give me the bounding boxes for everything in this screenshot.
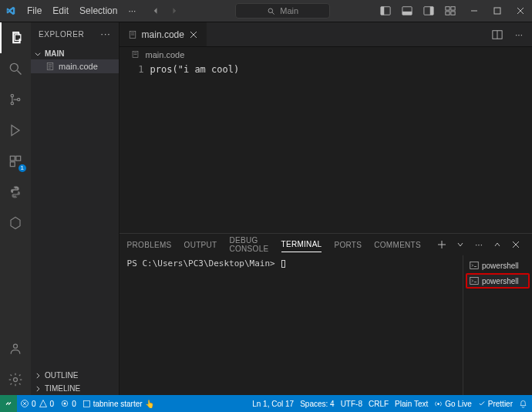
window-maximize-button[interactable] [486,0,509,22]
activity-extensions[interactable]: 1 [0,146,31,177]
terminal-entry-2[interactable]: powershell [466,273,530,289]
layout-sidebar-right-icon[interactable] [419,0,438,22]
activity-hex[interactable] [0,208,31,238]
svg-rect-22 [16,156,21,160]
radio-icon [60,399,69,408]
svg-line-47 [23,402,27,406]
outline-section[interactable]: OUTLINE [31,369,119,382]
status-encoding[interactable]: UTF-8 [341,400,362,408]
file-lines-icon [45,61,56,72]
terminal-entry-label: powershell [482,262,519,270]
svg-point-24 [14,344,18,348]
status-eol[interactable]: CRLF [369,400,389,408]
svg-line-43 [513,241,519,248]
svg-rect-11 [451,12,455,15]
svg-line-14 [517,8,524,14]
status-prettier[interactable]: Prettier [478,400,513,408]
folder-name: MAIN [45,49,65,58]
status-bar: 0 0 0 tabnine starter 👆 Ln 1, Col 17 Spa… [0,395,532,412]
svg-point-52 [437,403,439,405]
file-lines-icon [130,49,141,60]
editor-more-icon[interactable]: ··· [509,24,529,46]
svg-rect-10 [446,12,450,15]
timeline-section[interactable]: TIMELINE [31,382,119,395]
extensions-badge: 1 [19,164,26,172]
terminal-entry-1[interactable]: powershell [466,258,530,273]
panel-tab-problems[interactable]: PROBLEMS [127,238,172,252]
panel-tab-terminal[interactable]: TERMINAL [281,237,322,252]
svg-line-17 [18,71,22,75]
panel-maximize-icon[interactable] [489,236,506,253]
svg-point-0 [268,8,273,13]
line-number: 1 [120,64,144,75]
chevron-right-icon [34,385,42,393]
nav-forward-icon[interactable] [166,0,183,22]
split-editor-icon[interactable] [487,24,507,46]
svg-line-48 [23,402,27,406]
error-icon [20,399,29,408]
panel-tab-comments[interactable]: COMMENTS [374,238,421,252]
warning-icon [39,399,48,408]
panel-tab-output[interactable]: OUTPUT [184,238,217,252]
file-label: main.code [59,62,98,71]
svg-rect-2 [381,7,390,15]
status-line-col[interactable]: Ln 1, Col 17 [252,400,294,408]
status-golive[interactable]: Go Live [434,400,471,408]
panel-close-icon[interactable] [507,236,524,253]
status-problems[interactable]: 0 0 [20,399,54,408]
nav-back-icon[interactable] [147,0,164,22]
breadcrumb[interactable]: main.code [120,47,532,62]
status-spaces[interactable]: Spaces: 4 [300,400,334,408]
menu-file[interactable]: File [22,0,47,22]
activity-bar: 1 [0,22,31,395]
svg-line-33 [190,32,197,38]
window-minimize-button[interactable] [463,0,486,22]
terminal-icon [470,276,479,285]
window-close-button[interactable] [509,0,532,22]
tabnine-icon [82,400,91,408]
file-item-main[interactable]: main.code [31,59,119,73]
status-ports[interactable]: 0 [60,399,76,408]
activity-search[interactable] [0,53,31,84]
chevron-down-icon [34,50,42,58]
terminal-view[interactable]: PS C:\Users\PC3\Desktop\Main> [120,255,463,395]
activity-settings[interactable] [0,364,31,395]
status-notifications[interactable] [519,400,527,408]
status-language[interactable]: Plain Text [395,400,428,408]
menu-selection[interactable]: Selection [74,0,123,22]
svg-rect-5 [402,12,412,15]
explorer-more-icon[interactable]: ··· [101,29,111,39]
timeline-label: TIMELINE [45,384,80,393]
menu-edit[interactable]: Edit [47,0,74,22]
activity-python[interactable] [0,177,31,208]
menu-bar: File Edit Selection ··· [22,0,141,22]
activity-run[interactable] [0,115,31,146]
customize-layout-icon[interactable] [441,0,460,22]
svg-rect-37 [133,51,138,57]
tab-close-icon[interactable] [188,29,199,40]
remote-button[interactable] [0,395,17,412]
activity-source-control[interactable] [0,84,31,115]
editor-tab-label: main.code [142,29,184,40]
bell-icon [519,400,527,408]
svg-rect-6 [424,7,433,15]
panel-tab-debug[interactable]: DEBUG CONSOLE [230,233,269,256]
command-center[interactable]: Main [235,3,330,19]
svg-rect-35 [493,30,502,39]
text-editor[interactable]: 1 pros("i am cool) [120,62,532,233]
layout-sidebar-left-icon[interactable] [376,0,395,22]
svg-line-1 [272,12,274,14]
terminal-dropdown-icon[interactable] [452,236,469,253]
panel-more-icon[interactable]: ··· [470,236,487,253]
folder-header[interactable]: MAIN [31,48,119,59]
menu-more[interactable]: ··· [123,0,141,22]
activity-explorer[interactable] [0,22,31,53]
new-terminal-icon[interactable] [433,236,450,253]
activity-accounts[interactable] [0,333,31,364]
status-tabnine[interactable]: tabnine starter 👆 [82,400,154,408]
layout-panel-icon[interactable] [398,0,416,22]
title-bar: File Edit Selection ··· Main [0,0,532,22]
svg-rect-7 [430,7,433,15]
panel-tab-ports[interactable]: PORTS [334,238,362,252]
editor-tab-main[interactable]: main.code [120,22,207,46]
